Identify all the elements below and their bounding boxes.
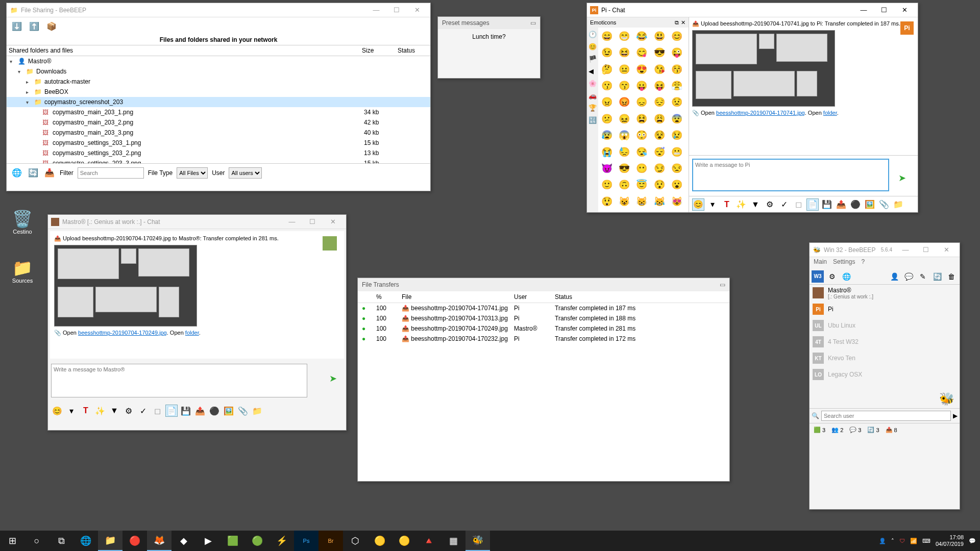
tree-row[interactable]: ▸📁autotrack-master [7,77,430,87]
download-icon[interactable]: ⬇️ [11,20,23,32]
disabled-icon[interactable]: ◻ [792,198,804,211]
send-button[interactable]: ➤ [329,373,337,384]
spellcheck-icon[interactable]: ✓ [778,198,790,211]
user-select[interactable]: All users [229,167,262,179]
clear-search-icon[interactable]: ▶ [953,412,958,419]
emoji-cell[interactable]: 😞 [635,95,648,109]
transfer-row[interactable]: ●100📤 beesshottmp-20190704-170249.jpgMas… [358,323,729,334]
emoji-cell[interactable]: 😋 [635,46,648,59]
titlebar[interactable]: Mastro® [.: Genius at work :.] - Chat — … [48,215,346,229]
menu-main[interactable]: Main [814,258,827,267]
tree-row[interactable]: 🖼copymastro_main_203_3.png40 kb [7,128,430,138]
chat-log[interactable]: 📤 Upload beesshottmp-20190704-170249.jpg… [50,231,344,359]
emoji-cell[interactable]: 😰 [600,129,614,142]
gear-icon[interactable]: ⚙ [764,198,776,211]
close-button[interactable]: ✕ [894,3,915,17]
bridge-icon[interactable]: Br [318,531,343,551]
objects-icon[interactable]: ◀ [589,67,597,76]
notifications-icon[interactable]: 💬 [969,538,976,544]
search-icon[interactable]: 🔍 [812,412,819,419]
folder-link[interactable]: folder [185,330,199,336]
emoji-cell[interactable]: 😓 [618,145,631,159]
emoji-cell[interactable]: 😳 [635,129,648,142]
emoji-cell[interactable]: 😹 [653,195,666,208]
upload-icon[interactable]: ⬆️ [28,20,40,32]
emoji-cell[interactable]: 😖 [618,112,631,126]
col-name[interactable]: Shared folders and files [9,47,362,54]
titlebar[interactable]: 📁 File Sharing - BeeBEEP — ☐ ✕ [7,3,430,17]
stat-item[interactable]: 📤8 [886,427,897,433]
clock[interactable]: 17:08 04/07/2019 [936,534,964,547]
box-icon[interactable]: 📦 [45,20,58,32]
emoji-cell[interactable]: 😊 [670,30,683,43]
emoji-cell[interactable]: 😻 [670,195,683,208]
emoji-cell[interactable]: 😘 [653,63,666,76]
file-link[interactable]: beesshottmp-20190704-170741.jpg [716,110,805,116]
maximize-button[interactable]: ☐ [916,243,936,257]
stat-item[interactable]: 🔄3 [867,427,879,433]
emoji-cell[interactable]: 😄 [600,30,614,43]
export-icon[interactable]: 📤 [835,198,847,211]
tree-row[interactable]: 🖼copymastro_settings_203_2.png13 kb [7,148,430,158]
minimize-button[interactable]: — [282,215,302,229]
emoji-cell[interactable]: 😒 [670,162,683,175]
app-icon-8[interactable]: ▦ [441,531,465,551]
col-status[interactable]: Status [398,47,428,54]
col-user[interactable]: User [514,293,555,300]
user-list-item[interactable]: Mastro®[.: Genius at work :.] [810,285,960,301]
emoji-cell[interactable]: 😚 [670,63,683,76]
screenshot-icon[interactable]: 🖼️ [223,405,235,417]
emoji-cell[interactable]: 😙 [618,79,631,92]
attach-icon[interactable]: 📎 [878,198,890,211]
gear-icon[interactable]: ⚙ [122,405,135,417]
globe-icon[interactable]: 🌐 [11,167,23,179]
globe-icon[interactable]: 🌐 [840,270,852,283]
folder-icon[interactable]: 📁 [892,198,904,211]
file-link[interactable]: beesshottmp-20190704-170249.jpg [78,330,167,336]
stat-item[interactable]: 🟩3 [814,427,825,433]
emoji-cell[interactable]: 😤 [670,79,683,92]
explorer-icon[interactable]: 📁 [98,531,122,551]
tray-shield-icon[interactable]: 🛡 [899,538,905,544]
user-list-item[interactable]: LOLegacy OSX [810,366,960,383]
close-button[interactable]: ✕ [936,243,957,257]
emoji-cell[interactable]: 🙃 [618,178,631,191]
spellcheck-icon[interactable]: ✓ [137,405,149,417]
col-file[interactable]: File [402,293,514,300]
emoji-cell[interactable]: 😎 [618,162,631,175]
tree-row[interactable]: 🖼copymastro_settings_203_3.png15 kb [7,158,430,163]
minimize-button[interactable]: — [366,3,386,17]
emoji-cell[interactable]: 😭 [600,145,614,159]
firefox-icon[interactable]: 🦊 [147,531,172,551]
maximize-button[interactable]: ☐ [386,3,407,17]
user-list-item[interactable]: PiPi [810,301,960,317]
emoji-icon[interactable]: 😊 [692,198,704,211]
photoshop-icon[interactable]: Ps [294,531,318,551]
gear-icon[interactable]: ⚙ [826,270,838,283]
transfers-icon[interactable]: 🔄 [931,270,943,283]
panel-header[interactable]: Preset messages ▭ [438,17,540,29]
font-icon[interactable]: T [721,198,733,211]
disabled-icon[interactable]: ◻ [151,405,163,417]
dropdown-icon[interactable]: ▾ [706,198,719,211]
save-icon[interactable]: 💾 [821,198,833,211]
send-button[interactable]: ➤ [898,172,913,187]
emoji-cell[interactable]: 😴 [653,145,666,159]
message-input[interactable] [692,159,889,191]
recent-icon[interactable]: 🕐 [589,31,597,39]
panel-handle-icon[interactable]: ▭ [530,19,536,27]
powershell-icon[interactable]: ▶ [196,531,220,551]
message-input[interactable] [51,364,307,397]
minimize-button[interactable]: — [895,243,916,257]
app-icon-4[interactable]: ⚡ [270,531,294,551]
col-percent[interactable]: % [376,293,402,300]
chrome-icon[interactable]: 🔴 [122,531,147,551]
emoji-cell[interactable]: 😔 [653,95,666,109]
filter-input[interactable] [78,167,144,179]
app-icon-3[interactable]: 🟢 [245,531,270,551]
transfer-row[interactable]: ●100📤 beesshottmp-20190704-170313.jpgPiT… [358,313,729,323]
folder-link[interactable]: folder [823,110,837,116]
stat-item[interactable]: 👥2 [831,427,843,433]
emoji-cell[interactable]: 😎 [653,46,666,59]
emoji-cell[interactable]: 😐 [618,63,631,76]
